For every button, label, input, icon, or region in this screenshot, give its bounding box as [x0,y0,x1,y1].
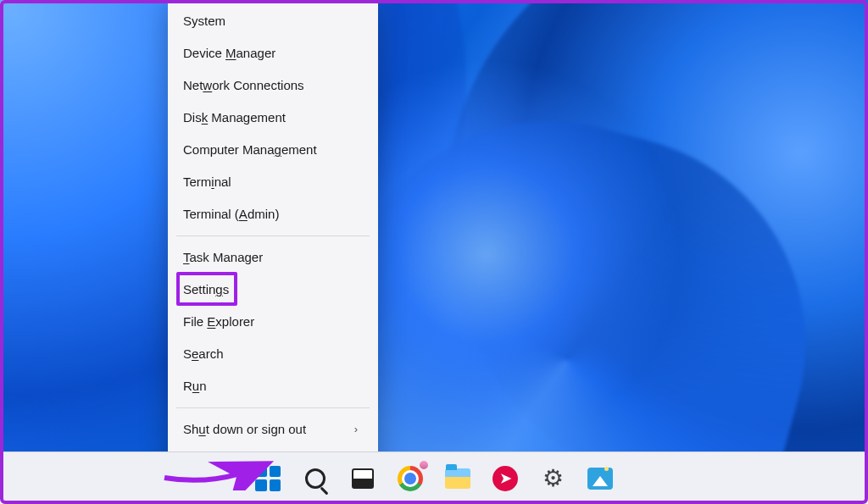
photos-icon [587,468,613,490]
menu-item-settings[interactable]: Settings [168,274,378,306]
file-explorer-app[interactable] [440,461,476,496]
chrome-app[interactable] [392,461,428,496]
menu-item-terminal[interactable]: Terminal [168,166,378,198]
profile-badge-icon [418,459,430,471]
photos-app[interactable] [582,461,618,496]
taskbar: ➤ ⚙ [0,451,868,504]
menu-item-device-manager[interactable]: Device Manager [168,37,378,69]
menu-item-label: File Explorer [183,313,254,331]
search-icon [305,468,326,489]
menu-separator [176,407,370,408]
menu-item-label: Shut down or sign out [183,420,306,439]
search-button[interactable] [298,461,333,496]
send-anywhere-app[interactable]: ➤ [487,461,523,496]
menu-item-label: System [183,12,225,30]
start-context-menu: SystemDevice ManagerNetwork ConnectionsD… [168,0,378,488]
menu-item-system[interactable]: System [168,5,378,37]
menu-item-label: Network Connections [183,76,304,95]
menu-item-label: Terminal [183,173,231,191]
windows-logo-icon [255,466,281,491]
folder-icon [445,468,470,489]
desktop-wallpaper [0,0,868,504]
gear-icon: ⚙ [542,464,564,492]
menu-item-label: Device Manager [183,44,275,63]
menu-item-label: Settings [183,280,229,299]
paper-plane-icon: ➤ [492,466,518,491]
start-button[interactable] [250,461,286,496]
menu-item-label: Disk Management [183,108,286,127]
menu-item-search[interactable]: Search [168,338,378,370]
menu-item-terminal-admin-[interactable]: Terminal (Admin) [168,198,378,230]
menu-item-file-explorer[interactable]: File Explorer [168,306,378,338]
menu-item-label: Terminal (Admin) [183,205,279,224]
task-view-button[interactable] [345,461,381,496]
menu-item-disk-management[interactable]: Disk Management [168,102,378,134]
menu-item-task-manager[interactable]: Task Manager [168,241,378,274]
menu-item-shut-down-or-sign-out[interactable]: Shut down or sign out› [168,413,378,446]
menu-separator [176,235,370,236]
menu-item-run[interactable]: Run [168,370,378,402]
menu-item-label: Search [183,345,224,363]
menu-item-label: Computer Management [183,141,317,159]
chevron-right-icon: › [354,420,363,439]
settings-app[interactable]: ⚙ [535,461,570,496]
menu-item-computer-management[interactable]: Computer Management [168,134,378,166]
menu-item-network-connections[interactable]: Network Connections [168,69,378,102]
task-view-icon [352,468,374,489]
menu-item-label: Task Manager [183,248,263,267]
menu-item-label: Run [183,377,207,396]
